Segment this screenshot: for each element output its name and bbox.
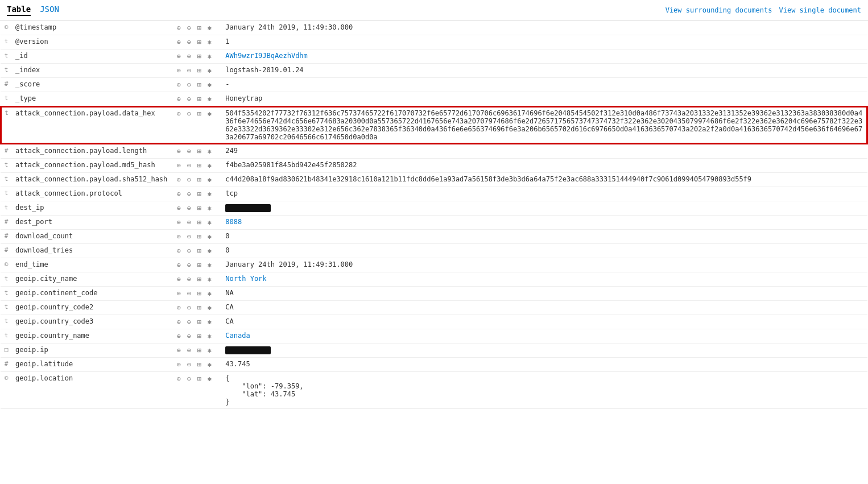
filter-out-icon[interactable]: ⊖ xyxy=(184,218,193,227)
filter-out-icon[interactable]: ⊖ xyxy=(184,66,193,75)
filter-out-icon[interactable]: ⊖ xyxy=(184,94,193,104)
filter-for-icon[interactable]: ⊕ xyxy=(174,289,183,298)
filter-for-icon[interactable]: ⊕ xyxy=(174,80,183,89)
star-icon[interactable]: ✱ xyxy=(205,232,214,241)
view-single-link[interactable]: View single document xyxy=(779,6,862,14)
filter-out-icon[interactable]: ⊖ xyxy=(184,204,193,213)
toggle-column-icon[interactable]: ⊞ xyxy=(195,260,204,270)
star-icon[interactable]: ✱ xyxy=(205,175,214,184)
star-icon[interactable]: ✱ xyxy=(205,161,214,170)
tab-table[interactable]: Table xyxy=(7,5,31,16)
toggle-column-icon[interactable]: ⊞ xyxy=(195,317,204,326)
field-value[interactable]: Canada xyxy=(222,329,867,344)
filter-out-icon[interactable]: ⊖ xyxy=(184,175,193,184)
filter-for-icon[interactable]: ⊕ xyxy=(174,204,183,213)
filter-out-icon[interactable]: ⊖ xyxy=(184,161,193,170)
filter-for-icon[interactable]: ⊕ xyxy=(174,109,183,118)
filter-out-icon[interactable]: ⊖ xyxy=(184,38,193,47)
star-icon[interactable]: ✱ xyxy=(205,260,214,270)
toggle-column-icon[interactable]: ⊞ xyxy=(195,80,204,89)
toggle-column-icon[interactable]: ⊞ xyxy=(195,246,204,255)
filter-out-icon[interactable]: ⊖ xyxy=(184,80,193,89)
filter-out-icon[interactable]: ⊖ xyxy=(184,23,193,32)
star-icon[interactable]: ✱ xyxy=(205,147,214,156)
star-icon[interactable]: ✱ xyxy=(205,109,214,118)
filter-for-icon[interactable]: ⊕ xyxy=(174,332,183,341)
field-value[interactable]: 8088 xyxy=(222,216,867,230)
star-icon[interactable]: ✱ xyxy=(205,303,214,312)
filter-for-icon[interactable]: ⊕ xyxy=(174,66,183,75)
filter-for-icon[interactable]: ⊕ xyxy=(174,275,183,284)
filter-out-icon[interactable]: ⊖ xyxy=(184,289,193,298)
toggle-column-icon[interactable]: ⊞ xyxy=(195,204,204,213)
filter-out-icon[interactable]: ⊖ xyxy=(184,147,193,156)
star-icon[interactable]: ✱ xyxy=(205,80,214,89)
filter-out-icon[interactable]: ⊖ xyxy=(184,346,193,355)
toggle-column-icon[interactable]: ⊞ xyxy=(195,218,204,227)
star-icon[interactable]: ✱ xyxy=(205,94,214,104)
filter-for-icon[interactable]: ⊕ xyxy=(174,317,183,326)
star-icon[interactable]: ✱ xyxy=(205,346,214,355)
toggle-column-icon[interactable]: ⊞ xyxy=(195,23,204,32)
toggle-column-icon[interactable]: ⊞ xyxy=(195,346,204,355)
field-link[interactable]: AWh9wzrI9JBqAezhVdhm xyxy=(225,52,308,60)
filter-for-icon[interactable]: ⊕ xyxy=(174,161,183,170)
filter-for-icon[interactable]: ⊕ xyxy=(174,360,183,369)
toggle-column-icon[interactable]: ⊞ xyxy=(195,66,204,75)
star-icon[interactable]: ✱ xyxy=(205,360,214,369)
toggle-column-icon[interactable]: ⊞ xyxy=(195,109,204,118)
star-icon[interactable]: ✱ xyxy=(205,332,214,341)
toggle-column-icon[interactable]: ⊞ xyxy=(195,52,204,61)
star-icon[interactable]: ✱ xyxy=(205,374,214,383)
toggle-column-icon[interactable]: ⊞ xyxy=(195,374,204,383)
star-icon[interactable]: ✱ xyxy=(205,246,214,255)
star-icon[interactable]: ✱ xyxy=(205,204,214,213)
filter-out-icon[interactable]: ⊖ xyxy=(184,317,193,326)
star-icon[interactable]: ✱ xyxy=(205,52,214,61)
filter-out-icon[interactable]: ⊖ xyxy=(184,246,193,255)
view-surrounding-link[interactable]: View surrounding documents xyxy=(666,6,772,14)
field-link[interactable]: North York xyxy=(225,275,266,283)
star-icon[interactable]: ✱ xyxy=(205,38,214,47)
toggle-column-icon[interactable]: ⊞ xyxy=(195,332,204,341)
filter-out-icon[interactable]: ⊖ xyxy=(184,232,193,241)
star-icon[interactable]: ✱ xyxy=(205,317,214,326)
filter-for-icon[interactable]: ⊕ xyxy=(174,260,183,270)
filter-out-icon[interactable]: ⊖ xyxy=(184,52,193,61)
filter-out-icon[interactable]: ⊖ xyxy=(184,332,193,341)
filter-out-icon[interactable]: ⊖ xyxy=(184,109,193,118)
tab-json[interactable]: JSON xyxy=(40,5,59,16)
filter-for-icon[interactable]: ⊕ xyxy=(174,147,183,156)
toggle-column-icon[interactable]: ⊞ xyxy=(195,189,204,198)
filter-for-icon[interactable]: ⊕ xyxy=(174,246,183,255)
star-icon[interactable]: ✱ xyxy=(205,275,214,284)
field-link[interactable]: 8088 xyxy=(225,218,242,226)
filter-for-icon[interactable]: ⊕ xyxy=(174,175,183,184)
star-icon[interactable]: ✱ xyxy=(205,23,214,32)
filter-out-icon[interactable]: ⊖ xyxy=(184,303,193,312)
toggle-column-icon[interactable]: ⊞ xyxy=(195,175,204,184)
filter-for-icon[interactable]: ⊕ xyxy=(174,303,183,312)
filter-for-icon[interactable]: ⊕ xyxy=(174,52,183,61)
field-link[interactable]: Canada xyxy=(225,332,250,340)
filter-for-icon[interactable]: ⊕ xyxy=(174,346,183,355)
toggle-column-icon[interactable]: ⊞ xyxy=(195,38,204,47)
filter-out-icon[interactable]: ⊖ xyxy=(184,275,193,284)
filter-out-icon[interactable]: ⊖ xyxy=(184,360,193,369)
field-value[interactable]: AWh9wzrI9JBqAezhVdhm xyxy=(222,49,867,64)
star-icon[interactable]: ✱ xyxy=(205,218,214,227)
toggle-column-icon[interactable]: ⊞ xyxy=(195,94,204,104)
toggle-column-icon[interactable]: ⊞ xyxy=(195,147,204,156)
toggle-column-icon[interactable]: ⊞ xyxy=(195,360,204,369)
filter-out-icon[interactable]: ⊖ xyxy=(184,189,193,198)
toggle-column-icon[interactable]: ⊞ xyxy=(195,275,204,284)
filter-for-icon[interactable]: ⊕ xyxy=(174,23,183,32)
toggle-column-icon[interactable]: ⊞ xyxy=(195,232,204,241)
star-icon[interactable]: ✱ xyxy=(205,289,214,298)
filter-for-icon[interactable]: ⊕ xyxy=(174,218,183,227)
filter-out-icon[interactable]: ⊖ xyxy=(184,374,193,383)
filter-for-icon[interactable]: ⊕ xyxy=(174,38,183,47)
star-icon[interactable]: ✱ xyxy=(205,189,214,198)
toggle-column-icon[interactable]: ⊞ xyxy=(195,161,204,170)
filter-for-icon[interactable]: ⊕ xyxy=(174,232,183,241)
